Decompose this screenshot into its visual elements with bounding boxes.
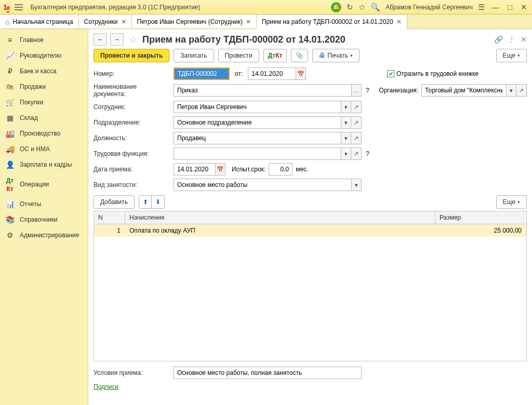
field-label: Наименование документа: xyxy=(94,83,170,98)
field-label: Дата приема: xyxy=(94,166,170,173)
logo-1c: 1e xyxy=(3,3,9,11)
field-label: Организация: xyxy=(379,87,418,94)
attach-button[interactable]: 📎 xyxy=(291,49,308,62)
open-icon[interactable]: ↗ xyxy=(351,101,362,113)
sidebar-item-main[interactable]: ≡Главное xyxy=(0,32,88,48)
sidebar-item-warehouse[interactable]: ▦Склад xyxy=(0,110,88,126)
tab-employee-card[interactable]: Петров Иван Сергеевич (Сотрудник)✕ xyxy=(132,15,257,29)
department-input[interactable] xyxy=(174,116,341,129)
link-icon[interactable]: 🔗 xyxy=(494,35,503,44)
star-icon[interactable]: ☆ xyxy=(358,3,365,12)
tab-close-icon[interactable]: ✕ xyxy=(246,18,251,25)
tab-close-icon[interactable]: ✕ xyxy=(396,18,402,25)
save-button[interactable]: Записать xyxy=(174,49,214,62)
sidebar-item-bank[interactable]: ₽Банк и касса xyxy=(0,63,88,79)
calendar-icon[interactable]: 📅 xyxy=(296,68,306,80)
tab-close-icon[interactable]: ✕ xyxy=(121,18,126,25)
number-input[interactable] xyxy=(174,68,230,80)
column-accrual[interactable]: Начисление xyxy=(125,211,435,224)
column-size[interactable]: Размер xyxy=(435,211,526,224)
hiredate-input[interactable] xyxy=(174,163,215,176)
tab-employees[interactable]: Сотрудники✕ xyxy=(79,15,132,29)
close-panel-icon[interactable]: ✕ xyxy=(521,35,527,44)
function-input[interactable] xyxy=(174,147,341,160)
favorite-star-icon[interactable]: ☆ xyxy=(129,34,137,45)
emptype-input[interactable] xyxy=(174,179,351,191)
dropdown-icon[interactable]: ▾ xyxy=(341,116,351,129)
user-name[interactable]: Абрамов Геннадий Сергеевич xyxy=(385,4,473,11)
maximize-icon[interactable]: □ xyxy=(506,3,514,11)
open-icon[interactable]: ↗ xyxy=(351,116,362,129)
sidebar-item-manager[interactable]: 📈Руководителю xyxy=(0,48,88,63)
dtkt-icon: ДтКт xyxy=(268,53,283,58)
field-label: Вид занятости: xyxy=(94,181,170,188)
bag-icon: 🛍 xyxy=(5,83,15,91)
open-icon[interactable]: ↗ xyxy=(516,84,527,97)
move-up-button[interactable]: ⬆ xyxy=(139,196,152,208)
signatures-link[interactable]: Подписи xyxy=(94,383,527,390)
dtkt-button[interactable]: ДтКт xyxy=(263,49,287,62)
docname-input[interactable] xyxy=(174,84,351,97)
home-icon: ⌂ xyxy=(5,18,9,26)
reflect-checkbox[interactable]: ✔ Отразить в трудовой книжке xyxy=(387,70,478,77)
sidebar-item-hr[interactable]: 👤Зарплата и кадры xyxy=(0,157,88,172)
move-down-button[interactable]: ⬇ xyxy=(152,196,164,208)
page-title: Прием на работу ТДБП-000002 от 14.01.202… xyxy=(142,34,345,45)
book-icon: 📚 xyxy=(5,215,15,224)
sidebar-item-operations[interactable]: ДтКтОперации xyxy=(0,172,88,196)
field-label: Должность: xyxy=(94,134,170,142)
org-input[interactable] xyxy=(421,84,506,97)
close-icon[interactable]: ✕ xyxy=(519,3,529,12)
field-label: Сотрудник: xyxy=(94,103,170,111)
open-icon[interactable]: ↗ xyxy=(351,147,362,160)
conditions-input[interactable] xyxy=(174,367,362,379)
more-button[interactable]: Еще▾ xyxy=(496,49,527,62)
ellipsis-icon[interactable]: … xyxy=(351,84,362,97)
kebab-icon[interactable]: ⋮ xyxy=(508,35,515,44)
sidebar-item-sales[interactable]: 🛍Продажи xyxy=(0,79,88,95)
move-row-buttons: ⬆ ⬇ xyxy=(139,195,165,209)
table-more-button[interactable]: Еще▾ xyxy=(496,195,527,209)
tab-home[interactable]: ⌂ Начальная страница xyxy=(0,15,79,29)
app-title: Бухгалтерия предприятия, редакция 3.0 (1… xyxy=(30,4,200,11)
help-icon[interactable]: ? xyxy=(366,150,369,157)
menu-icon[interactable]: ☰ xyxy=(478,3,485,12)
sidebar-item-assets[interactable]: 🚚ОС и НМА xyxy=(0,141,88,157)
nav-back-button[interactable]: ← xyxy=(94,33,107,46)
burger-icon[interactable] xyxy=(12,2,25,12)
history-icon[interactable]: ↻ xyxy=(347,3,353,12)
add-row-button[interactable]: Добавить xyxy=(94,195,135,209)
accruals-grid: N Начисление Размер 1 Оплата по окладу А… xyxy=(94,211,527,361)
dropdown-icon[interactable]: ▾ xyxy=(341,132,351,144)
sidebar-item-reports[interactable]: 📊Отчеты xyxy=(0,196,88,212)
dropdown-icon[interactable]: ▾ xyxy=(351,179,362,191)
field-label: Трудовая функция: xyxy=(94,150,170,157)
bell-icon[interactable]: 🔔 xyxy=(331,2,341,12)
sidebar-item-catalogs[interactable]: 📚Справочники xyxy=(0,212,88,227)
dropdown-icon[interactable]: ▾ xyxy=(341,147,351,160)
open-icon[interactable]: ↗ xyxy=(351,132,362,144)
dropdown-icon[interactable]: ▾ xyxy=(506,84,516,97)
help-icon[interactable]: ? xyxy=(366,87,369,94)
grid-row[interactable]: 1 Оплата по окладу АУП 25 000,00 xyxy=(94,224,526,237)
print-button[interactable]: 🖶Печать▾ xyxy=(312,49,359,62)
minimize-icon[interactable]: — xyxy=(490,3,501,11)
post-and-close-button[interactable]: Провести и закрыть xyxy=(94,49,169,62)
tab-hiring-doc[interactable]: Прием на работу ТДБП-000002 от 14.01.202… xyxy=(257,15,407,29)
probation-input[interactable] xyxy=(269,163,292,176)
system-bar: 1e Бухгалтерия предприятия, редакция 3.0… xyxy=(0,0,532,15)
position-input[interactable] xyxy=(174,132,341,144)
sidebar-item-production[interactable]: 🏭Производство xyxy=(0,126,88,141)
column-n[interactable]: N xyxy=(94,211,125,224)
sidebar-item-purchases[interactable]: 🛒Покупки xyxy=(0,95,88,110)
calendar-icon[interactable]: 📅 xyxy=(215,163,225,176)
search-icon[interactable]: 🔍 xyxy=(370,3,380,12)
employee-input[interactable] xyxy=(174,101,341,113)
date-input[interactable] xyxy=(248,68,296,80)
grid-body-empty[interactable] xyxy=(94,237,526,361)
post-button[interactable]: Провести xyxy=(218,49,259,62)
dropdown-icon[interactable]: ▾ xyxy=(341,101,351,113)
nav-forward-button[interactable]: → xyxy=(110,33,124,46)
sidebar-item-admin[interactable]: ⚙Администрирование xyxy=(0,227,88,243)
gear-icon: ⚙ xyxy=(5,231,15,239)
